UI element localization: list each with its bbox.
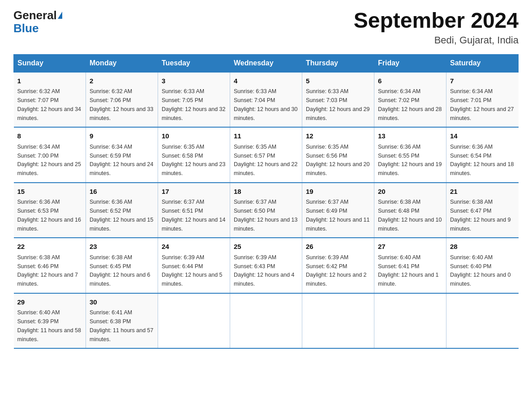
day-number: 27 bbox=[378, 242, 442, 252]
calendar-cell: 24Sunrise: 6:39 AMSunset: 6:44 PMDayligh… bbox=[158, 238, 230, 293]
day-info: Sunrise: 6:34 AMSunset: 7:02 PMDaylight:… bbox=[378, 88, 442, 121]
day-info: Sunrise: 6:36 AMSunset: 6:53 PMDaylight:… bbox=[17, 199, 81, 231]
calendar-cell: 13Sunrise: 6:36 AMSunset: 6:55 PMDayligh… bbox=[374, 127, 446, 183]
calendar-cell: 22Sunrise: 6:38 AMSunset: 6:46 PMDayligh… bbox=[14, 238, 86, 293]
calendar-cell: 30Sunrise: 6:41 AMSunset: 6:38 PMDayligh… bbox=[86, 293, 158, 349]
calendar-cell: 8Sunrise: 6:34 AMSunset: 7:00 PMDaylight… bbox=[14, 127, 86, 183]
col-monday: Monday bbox=[86, 54, 158, 72]
day-number: 2 bbox=[90, 76, 154, 86]
logo-blue-text: Blue bbox=[13, 21, 39, 35]
day-number: 25 bbox=[234, 242, 298, 252]
calendar-cell: 25Sunrise: 6:39 AMSunset: 6:43 PMDayligh… bbox=[230, 238, 302, 293]
calendar-cell bbox=[302, 293, 374, 349]
day-info: Sunrise: 6:34 AMSunset: 7:01 PMDaylight:… bbox=[450, 88, 514, 121]
calendar-cell: 10Sunrise: 6:35 AMSunset: 6:58 PMDayligh… bbox=[158, 127, 230, 183]
day-number: 22 bbox=[17, 242, 82, 252]
col-wednesday: Wednesday bbox=[230, 54, 302, 72]
day-info: Sunrise: 6:38 AMSunset: 6:45 PMDaylight:… bbox=[90, 254, 150, 287]
day-number: 8 bbox=[17, 131, 82, 141]
calendar-cell bbox=[374, 293, 446, 349]
day-info: Sunrise: 6:41 AMSunset: 6:38 PMDaylight:… bbox=[90, 309, 153, 342]
day-number: 14 bbox=[450, 131, 515, 141]
day-number: 18 bbox=[234, 187, 298, 197]
day-number: 12 bbox=[306, 131, 370, 141]
day-number: 19 bbox=[306, 187, 370, 197]
day-info: Sunrise: 6:39 AMSunset: 6:42 PMDaylight:… bbox=[306, 254, 367, 287]
day-info: Sunrise: 6:40 AMSunset: 6:40 PMDaylight:… bbox=[450, 254, 511, 287]
col-thursday: Thursday bbox=[302, 54, 374, 72]
page-header: General Blue September 2024 Bedi, Gujara… bbox=[13, 9, 519, 46]
day-number: 3 bbox=[162, 76, 226, 86]
day-number: 26 bbox=[306, 242, 370, 252]
calendar-cell: 1Sunrise: 6:32 AMSunset: 7:07 PMDaylight… bbox=[14, 72, 86, 128]
calendar-cell: 4Sunrise: 6:33 AMSunset: 7:04 PMDaylight… bbox=[230, 72, 302, 128]
day-number: 10 bbox=[162, 131, 226, 141]
day-info: Sunrise: 6:40 AMSunset: 6:41 PMDaylight:… bbox=[378, 254, 439, 287]
calendar-cell: 15Sunrise: 6:36 AMSunset: 6:53 PMDayligh… bbox=[14, 183, 86, 238]
calendar-cell: 2Sunrise: 6:32 AMSunset: 7:06 PMDaylight… bbox=[86, 72, 158, 128]
day-info: Sunrise: 6:33 AMSunset: 7:03 PMDaylight:… bbox=[306, 88, 369, 121]
day-info: Sunrise: 6:32 AMSunset: 7:07 PMDaylight:… bbox=[17, 88, 81, 121]
calendar-cell: 3Sunrise: 6:33 AMSunset: 7:05 PMDaylight… bbox=[158, 72, 230, 128]
calendar-cell: 23Sunrise: 6:38 AMSunset: 6:45 PMDayligh… bbox=[86, 238, 158, 293]
calendar-cell: 21Sunrise: 6:38 AMSunset: 6:47 PMDayligh… bbox=[446, 183, 519, 238]
day-number: 20 bbox=[378, 187, 442, 197]
page-subtitle: Bedi, Gujarat, India bbox=[354, 34, 519, 46]
day-number: 17 bbox=[162, 187, 226, 197]
day-info: Sunrise: 6:36 AMSunset: 6:52 PMDaylight:… bbox=[90, 199, 153, 231]
day-info: Sunrise: 6:35 AMSunset: 6:58 PMDaylight:… bbox=[162, 144, 225, 176]
calendar-week-1: 1Sunrise: 6:32 AMSunset: 7:07 PMDaylight… bbox=[14, 72, 519, 128]
calendar-cell: 26Sunrise: 6:39 AMSunset: 6:42 PMDayligh… bbox=[302, 238, 374, 293]
day-info: Sunrise: 6:40 AMSunset: 6:39 PMDaylight:… bbox=[17, 309, 81, 342]
col-friday: Friday bbox=[374, 54, 446, 72]
calendar-cell: 20Sunrise: 6:38 AMSunset: 6:48 PMDayligh… bbox=[374, 183, 446, 238]
day-info: Sunrise: 6:35 AMSunset: 6:57 PMDaylight:… bbox=[234, 144, 297, 176]
calendar-week-5: 29Sunrise: 6:40 AMSunset: 6:39 PMDayligh… bbox=[14, 293, 519, 349]
calendar-cell: 11Sunrise: 6:35 AMSunset: 6:57 PMDayligh… bbox=[230, 127, 302, 183]
calendar-cell: 27Sunrise: 6:40 AMSunset: 6:41 PMDayligh… bbox=[374, 238, 446, 293]
page-title: September 2024 bbox=[354, 9, 519, 33]
day-info: Sunrise: 6:35 AMSunset: 6:56 PMDaylight:… bbox=[306, 144, 369, 176]
calendar-table: Sunday Monday Tuesday Wednesday Thursday… bbox=[13, 54, 519, 349]
calendar-week-3: 15Sunrise: 6:36 AMSunset: 6:53 PMDayligh… bbox=[14, 183, 519, 238]
day-number: 13 bbox=[378, 131, 442, 141]
day-number: 1 bbox=[17, 76, 82, 86]
title-block: September 2024 Bedi, Gujarat, India bbox=[354, 9, 519, 46]
col-tuesday: Tuesday bbox=[158, 54, 230, 72]
calendar-cell: 16Sunrise: 6:36 AMSunset: 6:52 PMDayligh… bbox=[86, 183, 158, 238]
day-info: Sunrise: 6:34 AMSunset: 7:00 PMDaylight:… bbox=[17, 144, 81, 176]
calendar-cell: 7Sunrise: 6:34 AMSunset: 7:01 PMDaylight… bbox=[446, 72, 519, 128]
day-number: 15 bbox=[17, 187, 82, 197]
day-number: 11 bbox=[234, 131, 298, 141]
day-number: 9 bbox=[90, 131, 154, 141]
day-number: 21 bbox=[450, 187, 515, 197]
day-info: Sunrise: 6:36 AMSunset: 6:55 PMDaylight:… bbox=[378, 144, 442, 176]
day-number: 5 bbox=[306, 76, 370, 86]
calendar-cell: 28Sunrise: 6:40 AMSunset: 6:40 PMDayligh… bbox=[446, 238, 519, 293]
calendar-cell: 12Sunrise: 6:35 AMSunset: 6:56 PMDayligh… bbox=[302, 127, 374, 183]
calendar-cell: 14Sunrise: 6:36 AMSunset: 6:54 PMDayligh… bbox=[446, 127, 519, 183]
calendar-cell: 29Sunrise: 6:40 AMSunset: 6:39 PMDayligh… bbox=[14, 293, 86, 349]
logo: General Blue bbox=[13, 9, 62, 34]
calendar-cell: 9Sunrise: 6:34 AMSunset: 6:59 PMDaylight… bbox=[86, 127, 158, 183]
day-info: Sunrise: 6:34 AMSunset: 6:59 PMDaylight:… bbox=[90, 144, 153, 176]
calendar-cell: 6Sunrise: 6:34 AMSunset: 7:02 PMDaylight… bbox=[374, 72, 446, 128]
day-number: 7 bbox=[450, 76, 515, 86]
calendar-cell bbox=[446, 293, 519, 349]
day-number: 4 bbox=[234, 76, 298, 86]
day-info: Sunrise: 6:39 AMSunset: 6:43 PMDaylight:… bbox=[234, 254, 295, 287]
logo-general-text: General bbox=[13, 9, 57, 22]
calendar-week-4: 22Sunrise: 6:38 AMSunset: 6:46 PMDayligh… bbox=[14, 238, 519, 293]
day-number: 6 bbox=[378, 76, 442, 86]
calendar-cell: 5Sunrise: 6:33 AMSunset: 7:03 PMDaylight… bbox=[302, 72, 374, 128]
day-info: Sunrise: 6:37 AMSunset: 6:49 PMDaylight:… bbox=[306, 199, 369, 231]
day-info: Sunrise: 6:38 AMSunset: 6:47 PMDaylight:… bbox=[450, 199, 511, 231]
calendar-cell: 17Sunrise: 6:37 AMSunset: 6:51 PMDayligh… bbox=[158, 183, 230, 238]
col-saturday: Saturday bbox=[446, 54, 519, 72]
calendar-cell: 19Sunrise: 6:37 AMSunset: 6:49 PMDayligh… bbox=[302, 183, 374, 238]
day-number: 29 bbox=[17, 297, 82, 308]
day-info: Sunrise: 6:38 AMSunset: 6:48 PMDaylight:… bbox=[378, 199, 442, 231]
day-info: Sunrise: 6:38 AMSunset: 6:46 PMDaylight:… bbox=[17, 254, 78, 287]
day-info: Sunrise: 6:33 AMSunset: 7:05 PMDaylight:… bbox=[162, 88, 225, 121]
day-number: 28 bbox=[450, 242, 515, 252]
